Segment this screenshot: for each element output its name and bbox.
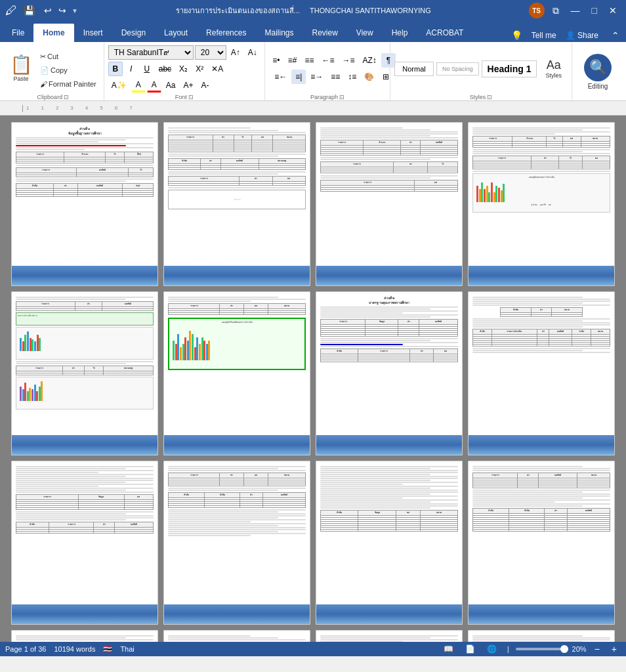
align-right-button[interactable]: ≡→ [307, 70, 326, 84]
bullets-button[interactable]: ≡• [269, 53, 283, 68]
document-title: รายงานการประเมินตนเองของสถานสี่... [176, 7, 300, 14]
web-layout-button[interactable]: 🌐 [483, 643, 501, 655]
paragraph-expand-icon[interactable]: ⊡ [339, 94, 344, 100]
tab-review[interactable]: Review [303, 24, 346, 42]
tab-mailings[interactable]: Mailings [255, 24, 303, 42]
styles-expand-icon[interactable]: ⊡ [487, 94, 492, 100]
wave-4 [469, 266, 614, 285]
zoom-slider[interactable] [516, 648, 568, 650]
justify-button[interactable]: ≡≡ [327, 70, 343, 84]
page-thumb-16[interactable]: รายการค่าผลข้อสังเกตหมาย ลำดับรายการผลข้… [468, 630, 615, 642]
page-thumb-1[interactable]: ส่วนที่ ๑ข้อมูลพื้นฐานสถานศึกษา รายการจำ… [11, 122, 158, 286]
page-thumb-15[interactable] [316, 630, 463, 642]
align-left-button[interactable]: ≡← [271, 70, 290, 84]
close-button[interactable]: ✕ [605, 4, 621, 17]
page-count-label: Page 1 of 36 [5, 645, 46, 653]
page-thumb-2[interactable]: รายการค่า%ผลหมาย หัวข้อค่าผลลัพธ์หมายเหต… [163, 122, 310, 286]
lightbulb-button[interactable]: 💡 [507, 29, 526, 42]
page-thumb-7[interactable]: ส่วนที่ ๒มาตรฐานคุณภาพสถานศึกษา รายการข้… [316, 291, 463, 455]
share-button[interactable]: 👤 Share [562, 30, 602, 41]
highlight-color-button[interactable]: A [131, 78, 146, 93]
no-spacing-style[interactable]: No Spacing [436, 62, 479, 75]
page-thumb-14[interactable]: รายการค่า%ผลลัพธ์ ลำดับรา [163, 630, 310, 642]
line-spacing-button[interactable]: ↕≡ [344, 70, 360, 84]
format-painter-button[interactable]: 🖌 Format Painter [37, 78, 100, 90]
minimize-button[interactable]: — [567, 4, 584, 17]
font-family-select[interactable]: TH SarabunIT๙ [108, 45, 194, 60]
page-thumb-6[interactable]: รายการค่าผลหมาย แผนภูมิเปรียบเทียบผลการป… [163, 291, 310, 455]
font-expand-icon[interactable]: ⊡ [188, 94, 194, 100]
underline-button[interactable]: U [140, 62, 154, 76]
clear-format-button[interactable]: ✕A [208, 62, 226, 76]
styles-expand-button[interactable]: Aa Styles [539, 52, 568, 85]
page-thumb-3[interactable]: รายการจำนวนค่าผลลัพธ์ รายการค่า% [316, 122, 463, 286]
page-thumb-13[interactable]: รายการค่าผลหมาย [11, 630, 158, 642]
paragraph-content: ≡• ≡# ≡≡ ←≡ →≡ AZ↕ ¶ ≡← ≡| ≡→ ≡≡ ↕≡ 🎨 ⊞ [269, 45, 396, 93]
shading-button[interactable]: 🎨 [361, 70, 377, 84]
align-center-button[interactable]: ≡| [291, 70, 306, 84]
chart-6-highlighted: แผนภูมิเปรียบเทียบผลการประเมิน [168, 318, 306, 370]
font-controls: TH SarabunIT๙ 20 A↑ A↓ B I U abc X₂ X² ✕… [108, 45, 261, 93]
change-case-button[interactable]: Aa [163, 78, 179, 93]
increase-indent-button[interactable]: →≡ [339, 53, 358, 68]
strikethrough-button[interactable]: abc [156, 62, 175, 76]
document-area: ส่วนที่ ๑ข้อมูลพื้นฐานสถานศึกษา รายการจำ… [0, 116, 626, 642]
cut-button[interactable]: ✂ Cut [37, 51, 100, 63]
grow-font-button[interactable]: A↑ [228, 45, 243, 60]
tab-help[interactable]: Help [383, 24, 417, 42]
shrink-text-button[interactable]: A- [198, 78, 212, 93]
editing-button[interactable]: 🔍 Editing [576, 49, 619, 95]
tab-design[interactable]: Design [112, 24, 155, 42]
text-effects-button[interactable]: A✨ [108, 78, 130, 93]
sort-button[interactable]: AZ↕ [360, 53, 380, 68]
page-thumb-8[interactable]: หัวข้อค่าหมาย ลำดับรายการประเมินค่าผลลัพ… [468, 291, 615, 455]
print-layout-button[interactable]: 📄 [461, 643, 479, 655]
restore-button[interactable]: ⧉ [549, 4, 563, 18]
shrink-font-button[interactable]: A↓ [245, 45, 261, 60]
font-label: Font ⊡ [108, 93, 261, 100]
subscript-button[interactable]: X₂ [176, 62, 191, 76]
font-color-button[interactable]: A [147, 78, 161, 93]
page-thumb-5[interactable]: รายการค่าผลลัพธ์ ผลการประเมิน ดีมาก [11, 291, 158, 455]
wave-1 [12, 266, 157, 285]
tab-insert[interactable]: Insert [74, 24, 112, 42]
decrease-indent-button[interactable]: ←≡ [318, 53, 337, 68]
normal-style[interactable]: Normal [394, 62, 434, 76]
bold-button[interactable]: B [108, 62, 123, 76]
tab-file[interactable]: File [3, 24, 33, 42]
zoom-out-button[interactable]: − [591, 642, 604, 656]
superscript-button[interactable]: X² [192, 62, 207, 76]
page-thumb-10[interactable]: รายการค่าผลหมาย ลำดับหัวข้อค่าผลลัพธ์ [163, 461, 310, 625]
tab-references[interactable]: References [197, 24, 255, 42]
editing-group[interactable]: 🔍 Editing [572, 42, 623, 100]
page-thumb-12[interactable]: รายการค่าผลลัพธ์หมาย ลำดับหัวข้อค่าผ [468, 461, 615, 625]
user-avatar[interactable]: TS [529, 3, 545, 18]
title-bar-left: 🖊 💾 ↩ ↪ ▼ [5, 4, 78, 18]
collapse-ribbon-button[interactable]: ⌃ [608, 29, 623, 42]
multilevel-button[interactable]: ≡≡ [301, 53, 317, 68]
heading1-style[interactable]: Heading 1 [482, 60, 537, 77]
page-thumb-4[interactable]: รายการจำนวน%ผลหมาย รายการค่า%ผล [468, 122, 615, 286]
editing-label: Editing [588, 83, 608, 90]
paragraph-label: Paragraph ⊡ [269, 93, 386, 100]
zoom-in-button[interactable]: + [608, 642, 621, 656]
paste-button[interactable]: 📋 Paste [7, 51, 35, 87]
font-size-select[interactable]: 20 [195, 45, 226, 60]
tab-layout[interactable]: Layout [155, 24, 197, 42]
tell-me-label[interactable]: Tell me [532, 31, 556, 40]
undo-button[interactable]: ↩ [41, 4, 54, 17]
save-button[interactable]: 💾 [20, 4, 39, 17]
maximize-button[interactable]: □ [588, 4, 601, 17]
numbering-button[interactable]: ≡# [285, 53, 301, 68]
grow-text-button[interactable]: A+ [180, 78, 196, 93]
tab-acrobat[interactable]: ACROBAT [417, 24, 472, 42]
redo-button[interactable]: ↪ [56, 4, 69, 17]
clipboard-expand-icon[interactable]: ⊡ [64, 94, 69, 100]
page-thumb-9[interactable]: รายการข้อมูลผล ลำดับรายการค่าผลลัพธ์ [11, 461, 158, 625]
read-mode-button[interactable]: 📖 [440, 643, 457, 655]
italic-button[interactable]: I [124, 62, 138, 76]
tab-home[interactable]: Home [33, 24, 73, 42]
copy-button[interactable]: 📄 Copy [37, 64, 100, 77]
tab-view[interactable]: View [347, 24, 383, 42]
page-thumb-11[interactable]: หัวข้อข้อมูลผลหมาย [316, 461, 463, 625]
